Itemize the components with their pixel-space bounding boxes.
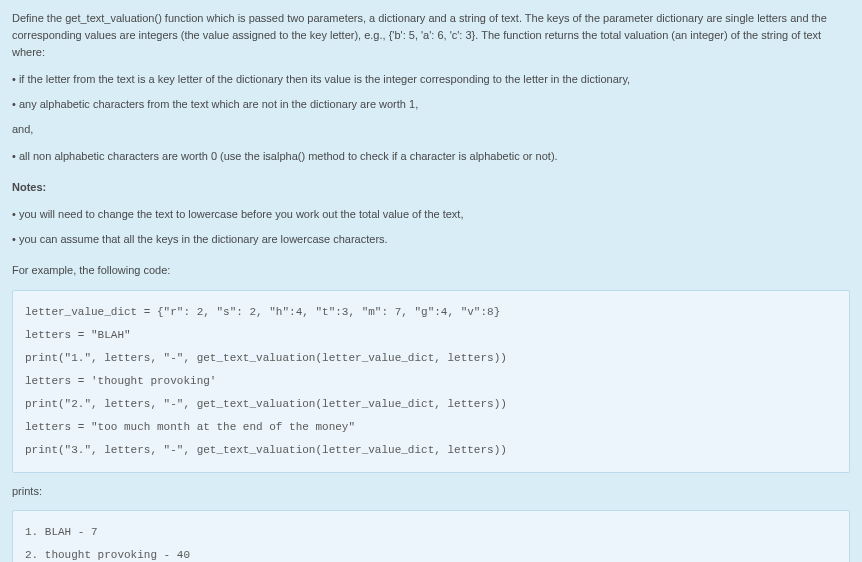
notes-heading: Notes: — [12, 179, 850, 196]
code-example-box: letter_value_dict = {"r": 2, "s": 2, "h"… — [12, 290, 850, 474]
and-text: and, — [12, 121, 850, 138]
output-example-box: 1. BLAH - 7 2. thought provoking - 40 3.… — [12, 510, 850, 562]
note-2: you can assume that all the keys in the … — [12, 231, 850, 248]
intro-paragraph: Define the get_text_valuation() function… — [12, 10, 850, 61]
example-intro: For example, the following code: — [12, 262, 850, 279]
rule-3: all non alphabetic characters are worth … — [12, 148, 850, 165]
note-1: you will need to change the text to lowe… — [12, 206, 850, 223]
prints-label: prints: — [12, 483, 850, 500]
rule-2: any alphabetic characters from the text … — [12, 96, 850, 113]
rule-1: if the letter from the text is a key let… — [12, 71, 850, 88]
